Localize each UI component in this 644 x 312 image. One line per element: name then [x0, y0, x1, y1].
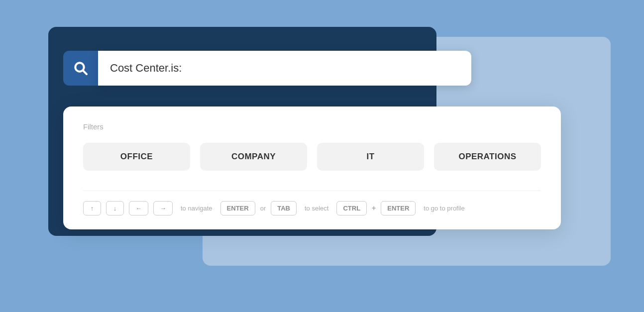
keyboard-hints: ↑ ↓ ← → to navigate ENTER or TAB to sele…: [83, 191, 541, 215]
search-input[interactable]: [98, 51, 471, 86]
key-tab: TAB: [271, 201, 297, 215]
key-down: ↓: [106, 201, 124, 215]
key-right: →: [153, 201, 173, 215]
key-up: ↑: [83, 201, 101, 215]
dropdown-panel: Filters OFFICE COMPANY IT OPERATIONS ↑ ↓…: [63, 106, 561, 229]
filter-company-button[interactable]: COMPANY: [200, 143, 307, 171]
profile-hint-text: to go to profile: [424, 205, 464, 212]
select-hint-text: to select: [305, 205, 328, 212]
key-left: ←: [129, 201, 148, 215]
filter-it-button[interactable]: IT: [317, 143, 424, 171]
filter-office-button[interactable]: OFFICE: [83, 143, 190, 171]
key-enter: ENTER: [220, 201, 255, 215]
search-icon-box: [63, 51, 98, 86]
or-text: or: [260, 205, 266, 212]
search-bar-container: [63, 51, 471, 86]
filters-label: Filters: [83, 122, 541, 131]
key-enter2: ENTER: [381, 201, 416, 215]
search-icon: [73, 60, 89, 76]
filter-buttons: OFFICE COMPANY IT OPERATIONS: [83, 143, 541, 171]
nav-hint-text: to navigate: [181, 205, 213, 212]
svg-line-1: [83, 70, 87, 74]
filter-operations-button[interactable]: OPERATIONS: [434, 143, 541, 171]
key-ctrl: CTRL: [336, 201, 367, 215]
plus-sign: +: [372, 204, 376, 212]
